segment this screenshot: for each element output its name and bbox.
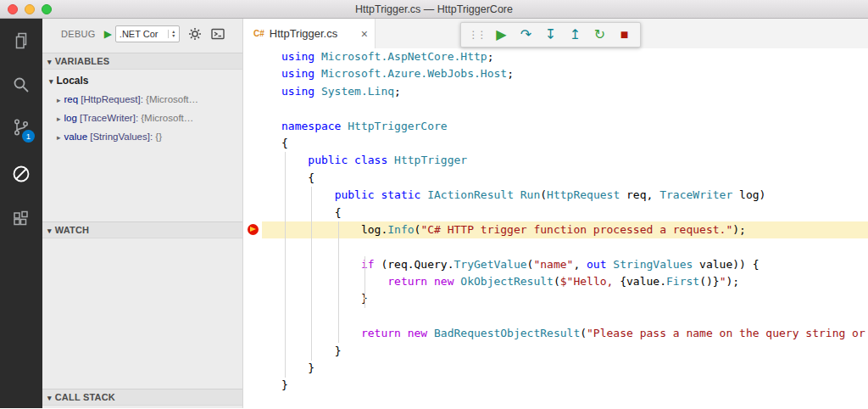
csharp-file-icon: C#: [253, 29, 264, 38]
locals-scope[interactable]: ▾Locals: [49, 71, 89, 90]
code-line[interactable]: }: [262, 360, 868, 377]
variables-header-label: VARIABLES: [55, 56, 110, 66]
search-icon[interactable]: [11, 75, 31, 95]
variables-list: ▸req [HttpRequest]: {Microsoft…▸log [Tra…: [42, 90, 242, 146]
drag-handle-icon[interactable]: ⋮⋮: [465, 23, 489, 47]
debug-controls: DEBUG ▶ .NET Cor ▴▾: [42, 19, 242, 49]
variable-name: log: [64, 113, 81, 123]
debug-toolbar: ⋮⋮▶↷↧↥↻■: [460, 22, 641, 48]
tab-bar: C# HttpTrigger.cs × ⋮⋮▶↷↧↥↻■: [243, 19, 868, 48]
code-line[interactable]: }: [262, 290, 868, 307]
variable-item-value[interactable]: ▸value [StringValues]: {}: [42, 127, 242, 146]
indent-guide: [338, 221, 339, 343]
call-stack-header-label: CALL STACK: [55, 392, 115, 402]
code-line[interactable]: using System.Linq;: [262, 83, 868, 100]
indent-guide: [311, 187, 312, 361]
debug-config-value: .NET Cor: [116, 29, 168, 39]
code-line[interactable]: }: [262, 377, 868, 394]
twistie-icon[interactable]: ▸: [57, 96, 61, 104]
twistie-icon: ▾: [47, 394, 52, 402]
gear-icon[interactable]: [187, 26, 203, 42]
variable-name: value: [64, 132, 91, 142]
code-line[interactable]: }: [262, 343, 868, 360]
variable-type: [TraceWriter]:: [80, 113, 141, 123]
dropdown-spinner-icon: ▴▾: [168, 30, 179, 38]
code-line-current[interactable]: log.Info("C# HTTP trigger function proce…: [262, 221, 868, 238]
code-line[interactable]: return new BadRequestObjectResult("Pleas…: [262, 325, 868, 342]
indent-guide: [285, 152, 286, 378]
restart-icon[interactable]: ↻: [587, 23, 612, 47]
debug-sidebar: DEBUG ▶ .NET Cor ▴▾: [42, 19, 243, 408]
twistie-icon[interactable]: ▸: [57, 133, 61, 142]
vscode-window: HttpTrigger.cs — HttpTriggerCore: [0, 0, 868, 409]
variables-section-header[interactable]: ▾VARIABLES: [42, 53, 242, 70]
workbench: 1 DEBUG ▶ .NET Cor ▴▾: [0, 19, 868, 408]
code-lines: using Microsoft.AspNetCore.Http;using Mi…: [243, 48, 868, 395]
debug-console-icon[interactable]: [210, 26, 225, 42]
title-bar: HttpTrigger.cs — HttpTriggerCore: [0, 0, 868, 19]
activity-bar: 1: [0, 19, 42, 408]
twistie-icon: ▾: [47, 58, 52, 66]
code-line[interactable]: {: [262, 170, 868, 187]
step-over-icon[interactable]: ↷: [514, 23, 538, 47]
twistie-icon: ▾: [47, 227, 52, 235]
tab-label: HttpTrigger.cs: [270, 27, 337, 40]
twistie-icon: ▾: [49, 77, 53, 86]
call-stack-section-header[interactable]: ▾CALL STACK: [42, 389, 242, 406]
indent-guide: [364, 256, 365, 308]
watch-header-label: WATCH: [55, 225, 90, 235]
locals-label: Locals: [57, 75, 89, 87]
code-line[interactable]: {: [262, 135, 868, 152]
code-line[interactable]: if (req.Query.TryGetValue("name", out St…: [262, 256, 868, 273]
tab-close-icon[interactable]: ×: [361, 27, 368, 41]
files-icon[interactable]: [11, 31, 31, 51]
debug-icon[interactable]: [11, 164, 31, 184]
variable-value: {Microsoft…: [146, 94, 198, 104]
extensions-icon[interactable]: [11, 209, 31, 229]
stop-icon[interactable]: ■: [612, 23, 637, 47]
tab-httptrigger[interactable]: C# HttpTrigger.cs ×: [243, 19, 376, 48]
debug-config-dropdown[interactable]: .NET Cor ▴▾: [115, 25, 180, 42]
code-line[interactable]: {: [262, 204, 868, 221]
continue-icon[interactable]: ▶: [489, 23, 514, 47]
code-line[interactable]: return new OkObjectResult($"Hello, {valu…: [262, 273, 868, 290]
code-line[interactable]: public class HttpTrigger: [262, 152, 868, 169]
code-line[interactable]: [262, 100, 868, 117]
variable-item-req[interactable]: ▸req [HttpRequest]: {Microsoft…: [42, 90, 242, 109]
twistie-icon[interactable]: ▸: [57, 115, 61, 123]
code-line[interactable]: [262, 238, 868, 255]
start-debug-button[interactable]: ▶: [104, 28, 112, 40]
step-out-icon[interactable]: ↥: [563, 23, 587, 47]
code-line[interactable]: using Microsoft.AspNetCore.Http;: [262, 48, 868, 65]
code-line[interactable]: namespace HttpTriggerCore: [262, 118, 868, 135]
variable-item-log[interactable]: ▸log [TraceWriter]: {Microsoft…: [42, 109, 242, 127]
breakpoint-icon[interactable]: [248, 224, 259, 235]
debug-label: DEBUG: [61, 29, 96, 39]
code-line[interactable]: public static IActionResult Run(HttpRequ…: [262, 187, 868, 204]
source-control-badge: 1: [22, 130, 35, 143]
code-editor[interactable]: using Microsoft.AspNetCore.Http;using Mi…: [243, 48, 868, 408]
window-title: HttpTrigger.cs — HttpTriggerCore: [0, 0, 868, 19]
variable-type: [HttpRequest]:: [81, 94, 146, 104]
variable-type: [StringValues]:: [90, 132, 155, 142]
current-statement-arrow-icon: [250, 227, 256, 232]
variable-value: {Microsoft…: [141, 113, 193, 123]
code-line[interactable]: [262, 308, 868, 325]
variable-value: {}: [155, 132, 162, 142]
editor-group: C# HttpTrigger.cs × ⋮⋮▶↷↧↥↻■ using Micro…: [243, 19, 868, 408]
code-line[interactable]: using Microsoft.Azure.WebJobs.Host;: [262, 65, 868, 82]
step-into-icon[interactable]: ↧: [538, 23, 563, 47]
watch-section-header[interactable]: ▾WATCH: [42, 221, 242, 238]
variable-name: req: [64, 94, 81, 104]
